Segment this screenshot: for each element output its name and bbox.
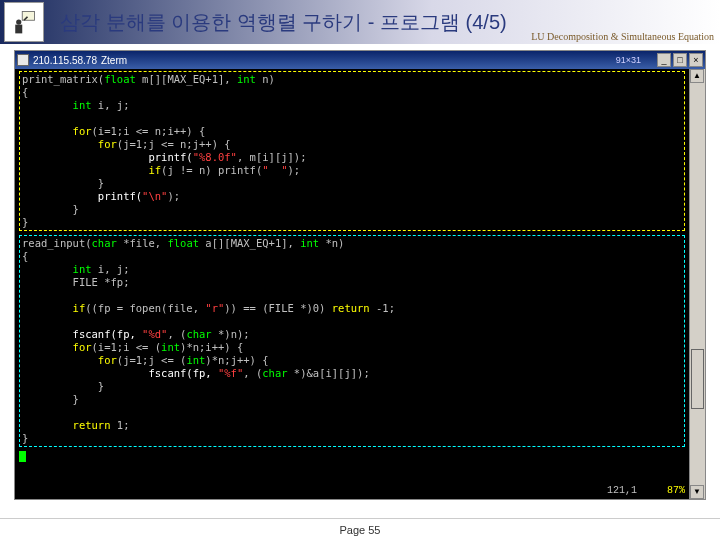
cursor-icon [19,451,26,462]
header-presenter-icon [4,2,44,42]
cursor-line [19,451,685,465]
scroll-percentage: 87% [667,484,685,497]
slide-subtitle: LU Decomposition & Simultaneous Equation [531,31,714,42]
code-line: read_input(char *file, float a[][MAX_EQ+… [22,237,682,250]
slide-footer: Page 55 [0,518,720,540]
code-line: { [22,86,682,99]
terminal-scrollbar[interactable]: ▲ ▼ [689,69,705,499]
code-line: for(j=1;j <= n;j++) { [22,138,682,151]
terminal-dimensions: 91×31 [616,55,641,65]
code-line [22,112,682,125]
scroll-thumb[interactable] [691,349,704,409]
scroll-down-button[interactable]: ▼ [690,485,704,499]
code-line: fscanf(fp, "%f", (char *)&a[i][j]); [22,367,682,380]
code-line [22,289,682,302]
terminal-titlebar: 210.115.58.78 Zterm 91×31 _ □ × [15,51,705,69]
terminal-window: 210.115.58.78 Zterm 91×31 _ □ × print_ma… [14,50,706,500]
code-line: if((fp = fopen(file, "r")) == (FILE *)0)… [22,302,682,315]
code-line: for(j=1;j <= (int)*n;j++) { [22,354,682,367]
code-line: print_matrix(float m[][MAX_EQ+1], int n) [22,73,682,86]
code-line: printf("\n"); [22,190,682,203]
terminal-host: 210.115.58.78 [33,55,97,66]
code-line: for(i=1;i <= n;i++) { [22,125,682,138]
code-line: } [22,203,682,216]
code-line: printf("%8.0f", m[i][j]); [22,151,682,164]
code-line: } [22,432,682,445]
cursor-position: 121,1 [607,484,637,497]
terminal-app-icon [17,54,29,66]
page-number: Page 55 [340,524,381,536]
scroll-up-button[interactable]: ▲ [690,69,704,83]
close-button[interactable]: × [689,53,703,67]
code-line: } [22,393,682,406]
code-line: { [22,250,682,263]
slide-header: 삼각 분해를 이용한 역행렬 구하기 - 프로그램 (4/5) LU Decom… [0,0,720,44]
maximize-button[interactable]: □ [673,53,687,67]
code-block-print-matrix: print_matrix(float m[][MAX_EQ+1], int n)… [19,71,685,231]
svg-point-1 [16,19,21,24]
minimize-button[interactable]: _ [657,53,671,67]
code-line: for(i=1;i <= (int)*n;i++) { [22,341,682,354]
terminal-code-area: print_matrix(float m[][MAX_EQ+1], int n)… [15,69,689,499]
terminal-app: Zterm [101,55,127,66]
code-line: int i, j; [22,263,682,276]
code-line: if(j != n) printf(" "); [22,164,682,177]
editor-status-line: 121,1 87% [607,484,685,497]
code-block-read-input: read_input(char *file, float a[][MAX_EQ+… [19,235,685,447]
code-line: FILE *fp; [22,276,682,289]
code-line: } [22,380,682,393]
code-line: int i, j; [22,99,682,112]
slide-content: 210.115.58.78 Zterm 91×31 _ □ × print_ma… [0,44,720,500]
code-line [22,406,682,419]
code-line [22,315,682,328]
code-line: return 1; [22,419,682,432]
svg-rect-2 [15,25,22,34]
code-line: } [22,216,682,229]
code-line: } [22,177,682,190]
code-line: fscanf(fp, "%d", (char *)n); [22,328,682,341]
slide-title: 삼각 분해를 이용한 역행렬 구하기 - 프로그램 (4/5) [60,9,507,36]
